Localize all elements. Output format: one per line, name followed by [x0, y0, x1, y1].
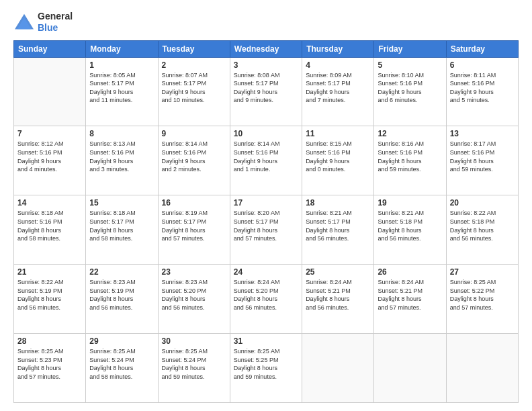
day-number: 6	[450, 60, 515, 70]
cell-info: Sunrise: 8:19 AMSunset: 5:17 PMDaylight …	[162, 209, 226, 242]
day-number: 13	[450, 129, 515, 138]
cell-info: Sunrise: 8:09 AMSunset: 5:17 PMDaylight …	[306, 71, 370, 105]
cell-info: Sunrise: 8:11 AMSunset: 5:16 PMDaylight …	[450, 71, 515, 105]
day-number: 1	[89, 60, 154, 70]
cell-info: Sunrise: 8:25 AMSunset: 5:22 PMDaylight …	[450, 278, 515, 312]
cell-info: Sunrise: 8:21 AMSunset: 5:17 PMDaylight …	[306, 209, 370, 242]
weekday-header-friday: Friday	[374, 40, 446, 57]
cell-info: Sunrise: 8:16 AMSunset: 5:16 PMDaylight …	[378, 140, 442, 173]
calendar-cell: 22Sunrise: 8:23 AMSunset: 5:19 PMDayligh…	[86, 265, 158, 334]
cell-info: Sunrise: 8:07 AMSunset: 5:17 PMDaylight …	[162, 71, 226, 105]
calendar-cell: 24Sunrise: 8:24 AMSunset: 5:20 PMDayligh…	[230, 265, 302, 334]
week-row-0: 1Sunrise: 8:05 AMSunset: 5:17 PMDaylight…	[14, 57, 519, 126]
day-number: 27	[450, 267, 515, 277]
cell-info: Sunrise: 8:22 AMSunset: 5:18 PMDaylight …	[450, 209, 515, 242]
calendar-cell: 9Sunrise: 8:14 AMSunset: 5:16 PMDaylight…	[158, 126, 230, 195]
cell-info: Sunrise: 8:20 AMSunset: 5:17 PMDaylight …	[234, 209, 298, 242]
day-number: 8	[89, 129, 154, 138]
calendar-cell: 8Sunrise: 8:13 AMSunset: 5:16 PMDaylight…	[86, 126, 158, 195]
calendar-cell	[446, 334, 518, 403]
week-row-4: 28Sunrise: 8:25 AMSunset: 5:23 PMDayligh…	[14, 334, 519, 403]
calendar-cell: 3Sunrise: 8:08 AMSunset: 5:17 PMDaylight…	[230, 57, 302, 126]
day-number: 30	[162, 336, 226, 346]
calendar-table: SundayMondayTuesdayWednesdayThursdayFrid…	[13, 40, 519, 403]
cell-info: Sunrise: 8:24 AMSunset: 5:21 PMDaylight …	[306, 278, 370, 312]
cell-info: Sunrise: 8:18 AMSunset: 5:16 PMDaylight …	[17, 209, 82, 242]
calendar-cell: 1Sunrise: 8:05 AMSunset: 5:17 PMDaylight…	[86, 57, 158, 126]
page: General Blue SundayMondayTuesdayWednesda…	[0, 0, 532, 411]
calendar-cell: 19Sunrise: 8:21 AMSunset: 5:18 PMDayligh…	[374, 195, 446, 265]
day-number: 4	[306, 60, 370, 70]
day-number: 12	[378, 129, 442, 138]
calendar-cell: 21Sunrise: 8:22 AMSunset: 5:19 PMDayligh…	[14, 265, 86, 334]
day-number: 20	[450, 198, 515, 208]
day-number: 26	[378, 267, 442, 277]
day-number: 31	[234, 336, 298, 346]
cell-info: Sunrise: 8:25 AMSunset: 5:23 PMDaylight …	[17, 347, 82, 381]
day-number: 18	[306, 198, 370, 208]
cell-info: Sunrise: 8:23 AMSunset: 5:19 PMDaylight …	[89, 278, 154, 312]
calendar-cell: 6Sunrise: 8:11 AMSunset: 5:16 PMDaylight…	[446, 57, 518, 126]
calendar-cell: 15Sunrise: 8:18 AMSunset: 5:17 PMDayligh…	[86, 195, 158, 265]
cell-info: Sunrise: 8:12 AMSunset: 5:16 PMDaylight …	[17, 140, 82, 173]
day-number: 28	[17, 336, 82, 346]
cell-info: Sunrise: 8:23 AMSunset: 5:20 PMDaylight …	[162, 278, 226, 312]
day-number: 7	[17, 129, 82, 138]
day-number: 24	[234, 267, 298, 277]
weekday-header-sunday: Sunday	[14, 40, 86, 57]
day-number: 21	[17, 267, 82, 277]
logo-text: General Blue	[38, 11, 73, 34]
cell-info: Sunrise: 8:24 AMSunset: 5:21 PMDaylight …	[378, 278, 442, 312]
cell-info: Sunrise: 8:25 AMSunset: 5:24 PMDaylight …	[89, 347, 154, 381]
calendar-cell: 23Sunrise: 8:23 AMSunset: 5:20 PMDayligh…	[158, 265, 230, 334]
weekday-header-monday: Monday	[86, 40, 158, 57]
day-number: 17	[234, 198, 298, 208]
day-number: 15	[89, 198, 154, 208]
day-number: 23	[162, 267, 226, 277]
calendar-cell: 7Sunrise: 8:12 AMSunset: 5:16 PMDaylight…	[14, 126, 86, 195]
day-number: 3	[234, 60, 298, 70]
day-number: 2	[162, 60, 226, 70]
cell-info: Sunrise: 8:14 AMSunset: 5:16 PMDaylight …	[234, 140, 298, 173]
day-number: 22	[89, 267, 154, 277]
cell-info: Sunrise: 8:25 AMSunset: 5:24 PMDaylight …	[162, 347, 226, 381]
calendar-cell: 26Sunrise: 8:24 AMSunset: 5:21 PMDayligh…	[374, 265, 446, 334]
weekday-header-tuesday: Tuesday	[158, 40, 230, 57]
calendar-cell: 13Sunrise: 8:17 AMSunset: 5:16 PMDayligh…	[446, 126, 518, 195]
week-row-1: 7Sunrise: 8:12 AMSunset: 5:16 PMDaylight…	[14, 126, 519, 195]
calendar-cell: 18Sunrise: 8:21 AMSunset: 5:17 PMDayligh…	[302, 195, 374, 265]
week-row-2: 14Sunrise: 8:18 AMSunset: 5:16 PMDayligh…	[14, 195, 519, 265]
calendar-cell	[14, 57, 86, 126]
cell-info: Sunrise: 8:15 AMSunset: 5:16 PMDaylight …	[306, 140, 370, 173]
calendar-cell	[374, 334, 446, 403]
day-number: 29	[89, 336, 154, 346]
calendar-cell: 16Sunrise: 8:19 AMSunset: 5:17 PMDayligh…	[158, 195, 230, 265]
calendar-cell: 20Sunrise: 8:22 AMSunset: 5:18 PMDayligh…	[446, 195, 518, 265]
weekday-header-wednesday: Wednesday	[230, 40, 302, 57]
day-number: 16	[162, 198, 226, 208]
day-number: 9	[162, 129, 226, 138]
header: General Blue	[13, 11, 519, 34]
day-number: 11	[306, 129, 370, 138]
logo: General Blue	[13, 11, 73, 34]
weekday-header-saturday: Saturday	[446, 40, 518, 57]
cell-info: Sunrise: 8:25 AMSunset: 5:25 PMDaylight …	[234, 347, 298, 381]
calendar-cell: 31Sunrise: 8:25 AMSunset: 5:25 PMDayligh…	[230, 334, 302, 403]
day-number: 19	[378, 198, 442, 208]
calendar-cell: 30Sunrise: 8:25 AMSunset: 5:24 PMDayligh…	[158, 334, 230, 403]
calendar-cell: 12Sunrise: 8:16 AMSunset: 5:16 PMDayligh…	[374, 126, 446, 195]
day-number: 5	[378, 60, 442, 70]
day-number: 25	[306, 267, 370, 277]
weekday-header-row: SundayMondayTuesdayWednesdayThursdayFrid…	[14, 40, 519, 57]
calendar-cell: 27Sunrise: 8:25 AMSunset: 5:22 PMDayligh…	[446, 265, 518, 334]
cell-info: Sunrise: 8:22 AMSunset: 5:19 PMDaylight …	[17, 278, 82, 312]
week-row-3: 21Sunrise: 8:22 AMSunset: 5:19 PMDayligh…	[14, 265, 519, 334]
cell-info: Sunrise: 8:17 AMSunset: 5:16 PMDaylight …	[450, 140, 515, 173]
cell-info: Sunrise: 8:13 AMSunset: 5:16 PMDaylight …	[89, 140, 154, 173]
cell-info: Sunrise: 8:10 AMSunset: 5:16 PMDaylight …	[378, 71, 442, 105]
calendar-cell: 5Sunrise: 8:10 AMSunset: 5:16 PMDaylight…	[374, 57, 446, 126]
weekday-header-thursday: Thursday	[302, 40, 374, 57]
day-number: 14	[17, 198, 82, 208]
calendar-cell: 4Sunrise: 8:09 AMSunset: 5:17 PMDaylight…	[302, 57, 374, 126]
calendar-cell: 17Sunrise: 8:20 AMSunset: 5:17 PMDayligh…	[230, 195, 302, 265]
